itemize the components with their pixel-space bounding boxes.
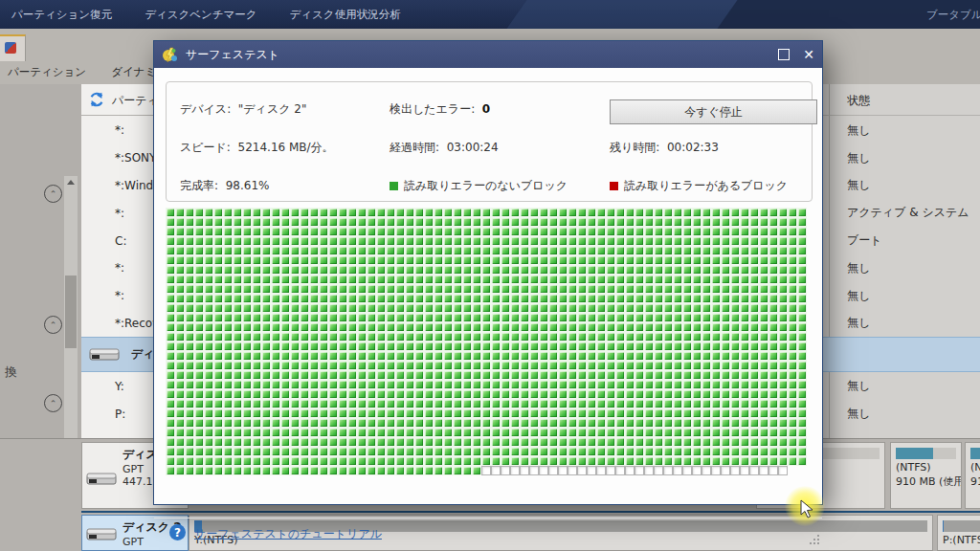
disk-block-ok: [414, 332, 424, 342]
disk-block-ok: [692, 265, 702, 275]
disk-block-ok: [778, 255, 788, 265]
disk-block-ok: [663, 332, 673, 342]
disk-block-ok: [501, 236, 510, 246]
disk-block-ok: [338, 217, 347, 227]
disk-block-ok: [491, 236, 501, 246]
disk-block-ok: [261, 255, 271, 265]
collapse-up-icon[interactable]: ⌃: [44, 394, 62, 412]
partition-card[interactable]: (NTFS) 910 MB (使用: [890, 442, 962, 509]
disk-block-ok: [185, 265, 194, 275]
disk-block-ok: [166, 246, 175, 255]
column-header-status[interactable]: 状態: [847, 93, 870, 109]
disk-block-ok: [338, 265, 347, 275]
disk-block-ok: [386, 399, 395, 408]
partition-card-p[interactable]: P:(NTFS): [937, 515, 980, 551]
disk-block-ok: [673, 275, 682, 284]
disk-block-ok: [673, 284, 682, 294]
disk-block-ok: [443, 322, 453, 332]
disk-block-ok: [194, 217, 204, 227]
disk-block-ok: [319, 313, 328, 322]
disk-block-ok: [319, 265, 328, 275]
disk-block-ok: [635, 217, 644, 227]
disk-block-ok: [386, 265, 395, 275]
disk-block-ok: [587, 236, 596, 246]
disk-block-ok: [414, 342, 424, 351]
disk-block-ok: [702, 284, 711, 294]
tab-パーティション[interactable]: パーティション: [8, 65, 86, 79]
disk-block-ok: [606, 418, 615, 428]
disk-block-ok: [213, 294, 223, 303]
disk-block-ok: [213, 428, 223, 437]
dialog-title-bar[interactable]: サーフェステスト ✕: [154, 41, 822, 68]
disk-block-ok: [692, 380, 702, 389]
disk-block-ok: [338, 408, 347, 418]
disk-block-ok: [280, 284, 290, 294]
disk-block-ok: [290, 389, 300, 399]
disk-block-ok: [213, 399, 223, 408]
disk-block-ok: [175, 284, 185, 294]
disk-block-ok: [194, 361, 204, 370]
menu-item[interactable]: パーティション復元: [11, 8, 112, 22]
disk-block-ok: [759, 342, 768, 351]
disk-block-ok: [357, 227, 367, 236]
disk-block-ok: [175, 342, 185, 351]
stop-now-button[interactable]: 今すぐ停止: [610, 99, 817, 124]
disk-block-ok: [749, 361, 759, 370]
menu-item[interactable]: ディスクベンチマーク: [145, 8, 256, 22]
help-icon[interactable]: ?: [169, 524, 186, 540]
disk-block-ok: [424, 361, 434, 370]
disk-block-ok: [453, 208, 462, 217]
disk-block-ok: [768, 236, 778, 246]
disk-block-ok: [481, 284, 491, 294]
disk-block-ok: [663, 303, 673, 313]
disk-block-ok: [654, 284, 663, 294]
resize-grip[interactable]: [809, 534, 820, 545]
disk-block-ok: [749, 265, 759, 275]
scroll-up-icon[interactable]: [67, 180, 75, 185]
disk-block-ok: [376, 227, 386, 236]
disk-block-ok: [242, 322, 252, 332]
disk-block-ok: [759, 408, 768, 418]
disk-block-ok: [357, 284, 367, 294]
menu-item[interactable]: ディスク使用状況分析: [290, 8, 401, 22]
disk-block-ok: [405, 217, 414, 227]
disk-block-ok: [309, 456, 319, 466]
disk-block-ok: [644, 255, 654, 265]
collapse-up-icon[interactable]: ⌃: [44, 316, 62, 334]
disk-block-ok: [548, 255, 558, 265]
disk-block-ok: [587, 208, 596, 217]
disk-block-ok: [166, 208, 175, 217]
disk-block-ok: [233, 466, 242, 475]
disk-block-ok: [395, 399, 405, 408]
disk-block-ok: [682, 408, 692, 418]
disk-block-ok: [520, 437, 529, 447]
partition-card[interactable]: (N 91: [965, 442, 980, 509]
close-button[interactable]: ✕: [803, 48, 814, 61]
disk-block-ok: [367, 437, 376, 447]
disk-block-ok: [319, 418, 328, 428]
disk-block-ok: [319, 428, 328, 437]
disk-block-ok: [194, 227, 204, 236]
app-tab[interactable]: [0, 34, 26, 61]
refresh-icon[interactable]: [88, 91, 105, 108]
disk-block-ok: [568, 208, 577, 217]
scrollbar-thumb[interactable]: [65, 276, 77, 348]
disk-block-ok: [233, 428, 242, 437]
disk-block-ok: [520, 428, 529, 437]
disk-block-ok: [481, 380, 491, 389]
disk-block-ok: [242, 313, 252, 322]
maximize-button[interactable]: [778, 49, 790, 60]
disk-block-ok: [759, 399, 768, 408]
disk-block-ok: [309, 284, 319, 294]
disk-block-ok: [654, 447, 663, 456]
collapse-up-icon[interactable]: ⌃: [44, 185, 62, 203]
menu-item-bootable-media[interactable]: ブータブルメディア: [926, 8, 980, 22]
disk-block-ok: [673, 294, 682, 303]
disk-block-ok: [702, 246, 711, 255]
sidebar-scrollbar[interactable]: [64, 176, 78, 463]
disk-block-ok: [625, 342, 635, 351]
tutorial-link[interactable]: サーフェステストのチュートリアル: [194, 526, 382, 542]
disk-block-ok: [453, 361, 462, 370]
disk-block-ok: [213, 408, 223, 418]
disk-block-ok: [242, 466, 252, 475]
